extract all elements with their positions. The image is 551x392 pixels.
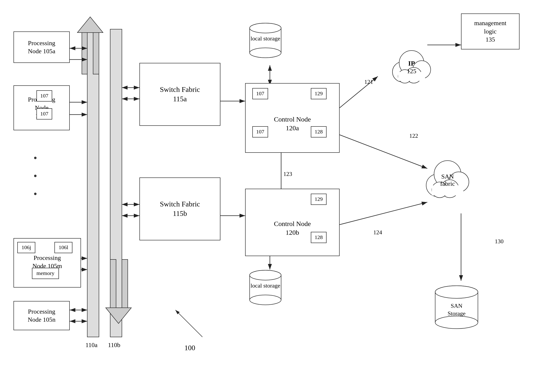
label-130: 130 [495,238,504,245]
san-fabric-cloud: SANfabric [420,153,475,202]
inner-box-memory: memory [32,268,59,279]
processing-node-105b: Processing Node 105b 107 107 [14,85,70,130]
svg-marker-8 [110,259,128,308]
label-121: 121 [364,79,373,85]
svg-line-30 [340,202,427,225]
inner-box-129a: 129 [311,88,326,99]
svg-marker-6 [82,33,99,74]
svg-point-39 [250,270,281,280]
dot-2: • [34,171,37,181]
inner-box-107-3: 107 [252,88,268,99]
label-122: 122 [409,133,418,139]
svg-point-34 [250,48,281,58]
svg-point-55 [435,286,478,298]
ip-cloud-125: IP125 [387,43,436,88]
svg-point-54 [435,316,478,329]
svg-line-29 [340,135,427,168]
label-123: 123 [283,171,292,177]
label-110a: 110a [86,342,97,349]
switch-fabric-115b: Switch Fabric 115b [139,177,220,240]
local-storage-bot: local storage [247,270,283,308]
management-logic-135: management logic 135 [461,14,520,49]
inner-box-128b: 128 [311,232,326,243]
label-124: 124 [373,229,382,236]
label-100: 100 [184,344,195,352]
local-storage-top: local storage [247,22,283,61]
control-node-120b: Control Node 120b 129 128 [245,189,340,256]
svg-point-38 [250,295,281,305]
svg-marker-7 [77,17,103,33]
dot-1: • [34,153,37,163]
inner-box-107-1: 107 [36,90,52,102]
svg-rect-5 [110,29,122,337]
san-storage: SANStorage [432,285,481,332]
processing-node-105n: Processing Node 105n [14,301,70,330]
svg-point-35 [250,23,281,33]
control-node-120a: Control Node 120a 107 129 107 128 [245,83,340,153]
inner-box-107-2: 107 [36,108,52,119]
processing-node-105a: Processing Node 105a [14,31,70,63]
label-110b: 110b [108,342,120,349]
svg-rect-4 [87,29,99,337]
inner-box-106l: 106l [54,242,72,253]
inner-box-129b: 129 [311,194,326,205]
inner-box-107-4: 107 [252,126,268,138]
inner-box-106j: 106j [17,242,35,253]
dot-3: • [34,189,37,199]
svg-marker-9 [106,308,131,323]
switch-fabric-115a: Switch Fabric 115a [139,63,220,126]
inner-box-128a: 128 [311,126,326,138]
processing-node-105m: Processing Node 105m 106j 106l memory [14,238,81,287]
